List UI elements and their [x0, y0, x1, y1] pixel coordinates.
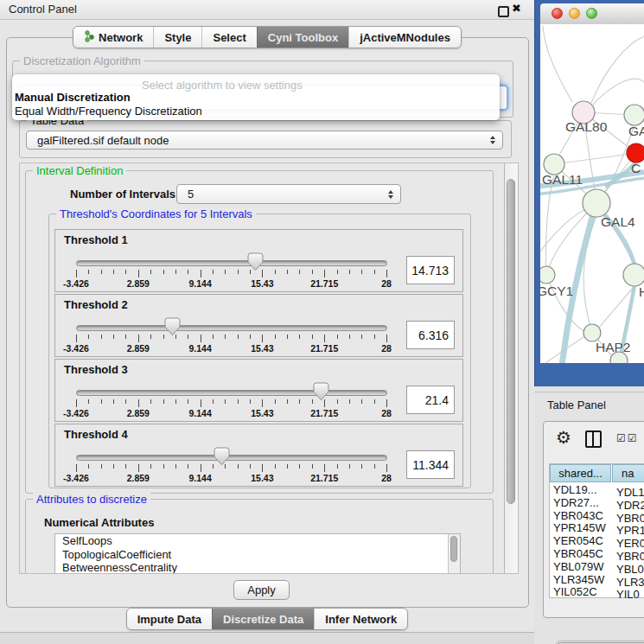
threshold-value-input[interactable]: 6.316 — [406, 321, 455, 349]
table-row[interactable]: YER054CYER0 — [550, 534, 644, 547]
network-node-gal4[interactable] — [583, 189, 610, 217]
slider-tick — [101, 464, 102, 469]
slider-track[interactable] — [76, 325, 387, 331]
network-window-titlebar[interactable] — [540, 3, 644, 25]
list-item[interactable]: TopologicalCoefficient — [55, 548, 460, 562]
column-header-shared-name[interactable]: shared... — [550, 464, 611, 482]
list-scrollbar-thumb[interactable] — [450, 536, 457, 562]
slider-tick-label: 2.859 — [127, 343, 150, 354]
slider-handle[interactable] — [164, 317, 181, 336]
main-scrollbar[interactable] — [504, 163, 518, 573]
threshold-label: Threshold 4 — [64, 428, 128, 441]
network-node-h[interactable] — [623, 264, 644, 286]
slider-tick — [361, 399, 362, 404]
slider-tick — [125, 270, 126, 274]
list-item[interactable]: SelfLoops — [55, 534, 460, 548]
number-of-intervals-combobox[interactable]: 5 — [176, 184, 401, 204]
tab-infer-network[interactable]: Infer Network — [314, 609, 407, 629]
table-row[interactable]: YPR145WYPR1 — [550, 521, 644, 534]
table-row[interactable]: YIL052CYIL0 — [550, 585, 644, 598]
slider-track[interactable] — [76, 455, 387, 461]
tab-cyni-toolbox[interactable]: Cyni Toolbox — [257, 27, 348, 48]
zoom-button[interactable] — [586, 8, 597, 19]
network-node-ga[interactable] — [624, 105, 644, 125]
threshold-panel-2: Threshold 2-3.4262.8599.14415.4321.71528… — [54, 294, 463, 357]
slider-tick — [299, 270, 300, 274]
tab-impute-data[interactable]: Impute Data — [127, 609, 212, 629]
close-icon[interactable]: ✖ — [512, 2, 521, 15]
table-data-combobox[interactable]: galFiltered.sif default node — [26, 131, 503, 150]
table-row[interactable]: YDL19...YDL1 — [550, 483, 644, 496]
gear-icon[interactable]: ⚙ — [556, 427, 571, 448]
network-node-hap2[interactable] — [583, 324, 601, 341]
dropdown-prompt: Select algorithm to view settings — [142, 79, 303, 92]
tab-label: Discretize Data — [223, 613, 303, 626]
dropdown-option-manual-discretization[interactable]: Manual Discretization — [15, 91, 131, 104]
slider-tick-label: 15.43 — [251, 408, 273, 418]
threshold-label: Threshold 3 — [64, 363, 128, 376]
slider-track[interactable] — [76, 390, 387, 396]
slider-tick — [125, 399, 126, 404]
close-button[interactable] — [552, 8, 563, 19]
slider-tick — [101, 270, 102, 274]
group-title: Attributes to discretize — [33, 493, 150, 506]
slider-tick-label: 28 — [381, 343, 392, 354]
tab-jactivemnodules[interactable]: jActiveMNodules — [348, 27, 461, 48]
slider-tick — [201, 399, 201, 407]
minimize-button[interactable] — [569, 8, 580, 19]
table-rows: YDL19...YDL1YDR27...YDR2YBR043CYBR0YPR14… — [550, 483, 644, 598]
tab-select[interactable]: Select — [201, 27, 256, 48]
select-columns-icon[interactable]: ☑☑ — [616, 432, 639, 444]
slider-tick — [287, 399, 288, 404]
slider-tick — [250, 399, 251, 404]
list-item[interactable]: BetweennessCentrality — [55, 561, 460, 574]
slider-tick — [175, 464, 176, 469]
tab-discretize-data[interactable]: Discretize Data — [212, 609, 314, 629]
node-label: GAL11 — [542, 172, 583, 187]
slider-tick — [386, 464, 387, 472]
table-hscrollbar[interactable] — [555, 641, 644, 644]
slider-handle[interactable] — [214, 447, 230, 466]
slider-tick — [101, 335, 102, 339]
slider-tick — [175, 270, 176, 274]
network-node-c[interactable] — [627, 143, 644, 163]
slider-tick — [201, 270, 201, 277]
slider-tick — [349, 335, 350, 339]
slider-tick — [349, 464, 350, 469]
slider-handle[interactable] — [247, 252, 264, 271]
list-scrollbar[interactable] — [448, 534, 460, 574]
network-edge — [591, 36, 644, 103]
main-scrollbar-thumb[interactable] — [507, 179, 515, 504]
table-row[interactable]: YBL079WYBL0 — [550, 560, 644, 573]
float-window-icon[interactable] — [498, 6, 509, 17]
threshold-value-input[interactable]: 11.344 — [406, 450, 455, 479]
tab-style[interactable]: Style — [153, 27, 201, 48]
slider-tick — [138, 464, 139, 472]
slider-tick — [188, 270, 188, 274]
slider-tick — [275, 399, 276, 404]
tab-label: Style — [164, 31, 191, 44]
slider-tick — [324, 270, 325, 277]
table-row[interactable]: YLR345WYLR3 — [550, 573, 644, 586]
numerical-attributes-list[interactable]: SelfLoopsTopologicalCoefficientBetweenne… — [54, 533, 461, 574]
network-canvas[interactable]: GAL80GACGAL11GAL4GCY1HHAP2 — [540, 24, 644, 363]
dropdown-option-equal-width-frequency[interactable]: Equal Width/Frequency Discretization — [15, 105, 202, 118]
slider-handle[interactable] — [313, 382, 329, 401]
apply-button[interactable]: Apply — [233, 580, 290, 600]
table-row[interactable]: YBR043CYBR0 — [550, 509, 644, 522]
slider-tick-label: 9.144 — [188, 473, 211, 483]
table-row[interactable]: YBR045CYBR0 — [550, 547, 644, 560]
slider-tick — [386, 399, 387, 407]
threshold-value-input[interactable]: 21.4 — [406, 386, 455, 414]
tab-network[interactable]: Network — [73, 27, 153, 48]
split-view-icon[interactable] — [585, 430, 602, 448]
slider-tick — [337, 464, 338, 469]
network-node-gcy1[interactable] — [540, 266, 555, 284]
threshold-value-input[interactable]: 14.713 — [406, 256, 455, 284]
table-row[interactable]: YDR27...YDR2 — [550, 496, 644, 509]
column-header-name[interactable]: na — [612, 464, 644, 482]
slider-tick — [299, 464, 300, 469]
slider-tick — [337, 270, 338, 274]
slider-track[interactable] — [76, 260, 387, 266]
threshold-panel-3: Threshold 3-3.4262.8599.14415.4321.71528… — [54, 359, 463, 422]
